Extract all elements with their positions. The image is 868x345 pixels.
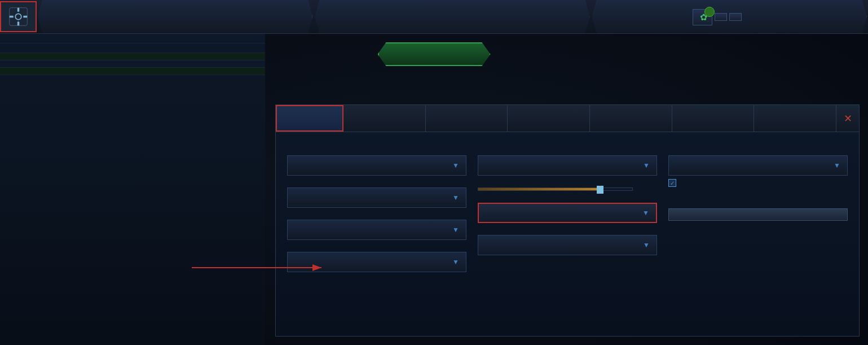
play-button[interactable] — [378, 42, 491, 66]
d3d11-checkmark: ✓ — [670, 180, 675, 186]
resolution-scale-slider[interactable] — [478, 187, 657, 191]
particle-detail-group: ▼ — [478, 232, 657, 255]
anti-aliasing-arrow-icon: ▼ — [834, 161, 840, 169]
video-content: ▼ ▼ ▼ — [276, 132, 859, 281]
resolution-select[interactable]: ▼ — [478, 155, 657, 176]
svg-rect-2 — [17, 8, 20, 12]
settings-tabs: ✕ — [276, 105, 859, 132]
settings-panel: ✕ ▼ ▼ — [275, 104, 860, 337]
events-header — [0, 34, 265, 43]
tab-key-bindings[interactable] — [672, 105, 755, 132]
options-grid: ▼ ▼ ▼ — [287, 152, 848, 272]
optimize-button[interactable] — [668, 208, 848, 221]
particle-detail-select[interactable]: ▼ — [478, 235, 657, 255]
shader-quality-arrow-icon: ▼ — [452, 258, 459, 266]
anti-aliasing-select[interactable]: ▼ — [668, 155, 848, 176]
right-navigation: ✿ — [693, 0, 868, 34]
anti-aliasing-group: ▼ ✓ — [668, 152, 848, 187]
top-navigation: ✿ — [0, 0, 868, 34]
settings-icon-box[interactable] — [0, 1, 37, 32]
world-detail-select[interactable]: ▼ — [287, 155, 466, 176]
texture-detail-select[interactable]: ▼ — [287, 187, 466, 208]
resolution-group: ▼ — [478, 152, 657, 176]
svg-rect-4 — [10, 16, 14, 18]
screen-type-arrow-icon: ▼ — [642, 209, 649, 217]
sidebar-item-daily[interactable] — [0, 43, 265, 53]
nav-tab-gods[interactable] — [315, 0, 589, 33]
screen-type-select[interactable]: ▼ — [478, 203, 657, 223]
tab-targeting[interactable] — [590, 105, 672, 132]
resolution-arrow-icon: ▼ — [643, 161, 650, 169]
sidebar-item-free-god[interactable] — [0, 68, 265, 75]
sidebar-item-coupons[interactable] — [0, 53, 265, 60]
nav-tab-profile[interactable] — [38, 0, 312, 33]
birthday-button[interactable] — [729, 13, 742, 21]
shadow-detail-select[interactable]: ▼ — [287, 220, 466, 240]
world-detail-arrow-icon: ▼ — [452, 161, 459, 169]
shadow-detail-arrow-icon: ▼ — [452, 226, 459, 234]
screen-type-group: ▼ — [478, 199, 657, 223]
tab-video[interactable] — [276, 105, 343, 132]
slider-track — [478, 187, 633, 191]
left-sidebar — [0, 34, 265, 345]
s5-ticket-button[interactable] — [715, 13, 727, 21]
shader-quality-select[interactable]: ▼ — [287, 252, 466, 272]
shadow-detail-group: ▼ — [287, 216, 466, 240]
settings-icon — [8, 7, 28, 27]
column-middle: ▼ — [478, 152, 657, 272]
column-right: ▼ ✓ — [668, 152, 848, 272]
world-detail-group: ▼ — [287, 152, 466, 176]
tab-audio[interactable] — [343, 105, 426, 132]
slider-fill — [478, 188, 601, 190]
column-left: ▼ ▼ ▼ — [287, 152, 466, 272]
rewards-badge — [704, 7, 715, 17]
close-button[interactable]: ✕ — [836, 105, 859, 132]
rewards-button[interactable]: ✿ — [693, 9, 712, 25]
texture-detail-group: ▼ — [287, 184, 466, 208]
tab-user-interface[interactable] — [426, 105, 508, 132]
texture-detail-arrow-icon: ▼ — [452, 194, 459, 202]
svg-rect-3 — [17, 21, 20, 25]
particle-detail-arrow-icon: ▼ — [643, 241, 650, 249]
shader-quality-group: ▼ — [287, 248, 466, 272]
slider-thumb[interactable] — [597, 186, 603, 194]
svg-rect-5 — [23, 16, 27, 18]
tab-controls[interactable] — [508, 105, 590, 132]
sidebar-item-blue-mixer[interactable] — [0, 60, 265, 68]
use-d3d11-checkbox[interactable]: ✓ — [668, 179, 848, 187]
tab-spectator[interactable] — [754, 105, 836, 132]
auto-config-group — [668, 204, 848, 225]
resolution-scale-group — [478, 184, 657, 191]
d3d11-checkbox-icon: ✓ — [668, 179, 676, 187]
play-button-area — [378, 42, 491, 68]
